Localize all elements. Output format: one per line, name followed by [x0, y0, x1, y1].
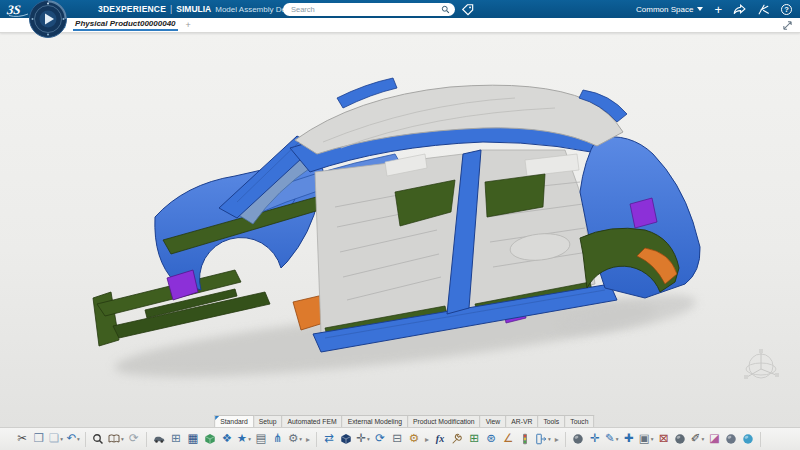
expand-icon[interactable]: [782, 20, 793, 31]
snapshot-icon-dropdown[interactable]: ▾: [651, 436, 654, 442]
spreadsheet-icon[interactable]: ⊞: [466, 429, 482, 449]
formula-icon[interactable]: fx: [432, 429, 448, 449]
remove-view-icon[interactable]: ⊠: [655, 429, 671, 449]
app-name-label: SIMULIA: [176, 4, 211, 14]
space-selector[interactable]: Common Space: [636, 5, 703, 14]
paste-icon[interactable]: ❏▾: [48, 429, 64, 449]
compass-icon[interactable]: [28, 0, 68, 39]
top-bar: 3S 3DEXPERIENCE | SIMULIA Model Assembly…: [0, 0, 800, 18]
ribbon-tab-setup[interactable]: Setup: [253, 415, 283, 427]
exit-app-icon[interactable]: ▾: [534, 429, 552, 449]
toolbar-separator: [146, 432, 147, 447]
ribbon-tab-standard[interactable]: Standard: [214, 415, 254, 427]
solid-box-icon[interactable]: [338, 429, 354, 449]
exit-app-icon-dropdown[interactable]: ▾: [548, 436, 551, 442]
material-sphere-icon[interactable]: [570, 429, 586, 449]
car-model[interactable]: [85, 42, 725, 402]
explode-icon-dropdown[interactable]: ▾: [367, 436, 370, 442]
model-gear-icon[interactable]: ⚙: [406, 429, 422, 449]
structure-icon[interactable]: ⋔: [270, 429, 286, 449]
space-label: Common Space: [636, 5, 693, 14]
document-bar: ⌂ Physical Product00000040 +: [0, 18, 800, 33]
picker-icon[interactable]: ✐▾: [689, 429, 705, 449]
reorder-icon[interactable]: ⇄: [321, 429, 337, 449]
ribbon-tab-view[interactable]: View: [480, 415, 507, 427]
vehicle-icon[interactable]: [151, 429, 167, 449]
toolbar-separator: [316, 432, 317, 447]
svg-text:3S: 3S: [6, 2, 22, 17]
topbar-right-cluster: Common Space + ?: [636, 3, 792, 16]
brand-label: 3DEXPERIENCE: [98, 4, 166, 14]
zoom-icon[interactable]: [90, 429, 106, 449]
measure-icon[interactable]: ∠: [500, 429, 516, 449]
new-window-icon[interactable]: ⊞: [168, 429, 184, 449]
network-icon[interactable]: ❖: [219, 429, 235, 449]
update-icon[interactable]: ⟳: [126, 429, 142, 449]
ribbon-tab-touch[interactable]: Touch: [564, 415, 594, 427]
grid-icon[interactable]: ▦: [185, 429, 201, 449]
copy-icon[interactable]: ❐: [31, 429, 47, 449]
tools-icon[interactable]: [449, 429, 465, 449]
tag-icon[interactable]: [461, 3, 475, 17]
session-box-icon[interactable]: [202, 429, 218, 449]
toolbar-overflow-arrow[interactable]: ▸: [423, 435, 431, 444]
expand-all-icon[interactable]: ✛: [587, 429, 603, 449]
search-input[interactable]: [291, 5, 441, 14]
refresh-icon[interactable]: ⟳: [372, 429, 388, 449]
paste-icon-dropdown[interactable]: ▾: [60, 436, 63, 442]
help-icon[interactable]: ?: [781, 4, 792, 15]
toolbar-separator: [565, 432, 566, 447]
anchor-icon[interactable]: ✚: [621, 429, 637, 449]
new-tab-button[interactable]: +: [186, 20, 191, 30]
picker-icon-dropdown[interactable]: ▾: [701, 436, 704, 442]
ribbon-tab-external-modeling[interactable]: External Modeling: [342, 415, 408, 427]
share-icon[interactable]: [733, 4, 746, 15]
catalog-icon[interactable]: ▾: [107, 429, 125, 449]
favorites-icon-dropdown[interactable]: ▾: [248, 436, 251, 442]
viewport-canvas[interactable]: StandardSetupAutomated FEMExternal Model…: [0, 33, 800, 427]
favorites-icon[interactable]: ★▾: [236, 429, 252, 449]
sketch-pen-icon-dropdown[interactable]: ▾: [616, 436, 619, 442]
undo-icon-dropdown[interactable]: ▾: [77, 436, 80, 442]
settings-icon[interactable]: ⚙▾: [287, 429, 303, 449]
ribbon-tab-bar: StandardSetupAutomated FEMExternal Model…: [214, 415, 593, 427]
swym-icon[interactable]: [757, 4, 770, 15]
snapshot-icon[interactable]: ▣▾: [638, 429, 655, 449]
publish-globe-icon[interactable]: ⊛: [483, 429, 499, 449]
status-light-icon[interactable]: [517, 429, 533, 449]
toolbar-separator: [85, 432, 86, 447]
sketch-pen-icon[interactable]: ✎▾: [604, 429, 620, 449]
search-icon[interactable]: [441, 5, 450, 14]
ribbon-tab-automated-fem[interactable]: Automated FEM: [282, 415, 343, 427]
title-divider: |: [170, 4, 172, 14]
ribbon-tab-tools[interactable]: Tools: [537, 415, 565, 427]
settings-icon-dropdown[interactable]: ▾: [299, 436, 302, 442]
cut-icon[interactable]: ✂: [14, 429, 30, 449]
eraser-icon[interactable]: ◪: [706, 429, 722, 449]
explode-icon[interactable]: ✛▾: [355, 429, 371, 449]
toolbar-overflow-arrow[interactable]: ▸: [304, 435, 312, 444]
undo-icon[interactable]: ↶▾: [65, 429, 81, 449]
add-button[interactable]: +: [714, 3, 722, 16]
app-title: 3DEXPERIENCE | SIMULIA Model Assembly De…: [98, 4, 301, 14]
tree-options-icon[interactable]: ⊟: [389, 429, 405, 449]
bottom-toolbar: ✂❐❏▾↶▾▾⟳⊞▦❖★▾▤⋔⚙▾▸⇄✛▾⟳⊟⚙▸fx⊞⊛∠▾▸✛✎▾✚▣▾⊠✐…: [0, 427, 800, 450]
navigation-triad[interactable]: [736, 347, 786, 389]
chevron-down-icon: [697, 7, 703, 11]
toolbar-overflow-arrow[interactable]: ▸: [553, 435, 561, 444]
search-box[interactable]: [283, 3, 455, 16]
toolbar-separator: [760, 432, 761, 447]
ribbon-tab-product-modification[interactable]: Product Modification: [407, 415, 481, 427]
form-icon[interactable]: ▤: [253, 429, 269, 449]
catalog-icon-dropdown[interactable]: ▾: [121, 436, 124, 442]
material-blue-icon[interactable]: [740, 429, 756, 449]
material-dark-icon[interactable]: [672, 429, 688, 449]
ribbon-tab-ar-vr[interactable]: AR-VR: [505, 415, 538, 427]
document-tab[interactable]: Physical Product00000040: [73, 19, 178, 31]
3dexperience-window: 3S 3DEXPERIENCE | SIMULIA Model Assembly…: [0, 0, 800, 450]
material-gray-icon[interactable]: [723, 429, 739, 449]
